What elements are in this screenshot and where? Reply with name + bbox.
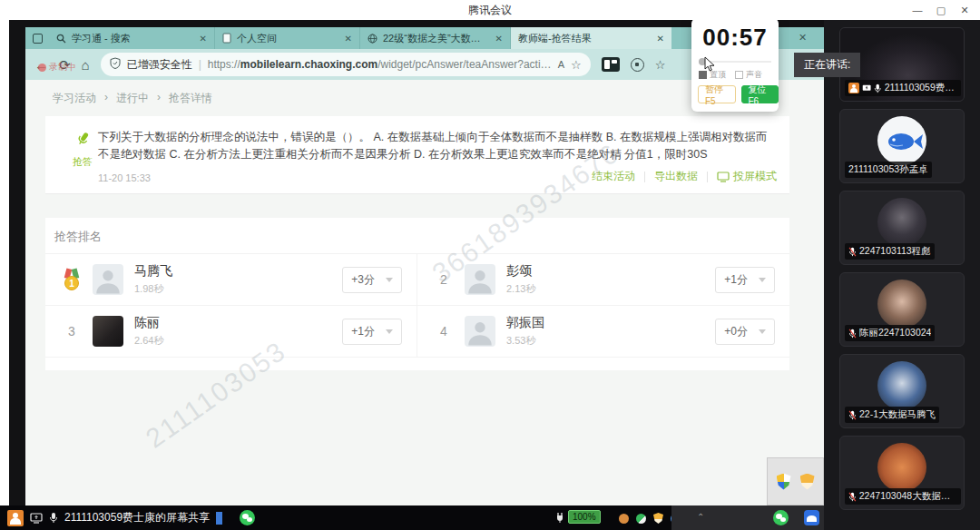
microphone-muted-icon [848,410,857,420]
participant-name: 2247103113程彪 [859,245,931,258]
table-row: 1 马腾飞1.98秒 +3分 [45,254,417,306]
score-dropdown[interactable]: +0分 [715,319,775,345]
breadcrumb-current: 抢答详情 [169,91,212,106]
checkbox-icon [735,71,743,79]
read-aloud-icon[interactable]: A [558,59,564,70]
question-date: 11-20 15:33 [98,172,151,183]
person-placeholder-icon [465,316,495,347]
page-content: 学习活动 › 进行中 › 抢答详情 抢答 下列关于大数据的分析理念的说法中，错误… [25,80,824,505]
hidden-icons-chevron[interactable]: ⌃ [697,512,704,522]
tab-data-contest[interactable]: 22级“数据之美”大数据知识竞... ✕ [359,27,510,49]
participant-tile[interactable]: 2111103053孙孟卓 [839,109,965,183]
screen: 腾讯会议 — ▢ ✕ 学习通 - 搜索 ✕ [0,0,980,530]
url-text: https://mobilelearn.chaoxing.com/widget/… [208,58,552,71]
cast-mode-link[interactable]: 投屏模式 [717,169,777,184]
activity-type: 抢答 [69,131,96,169]
participant-tile[interactable]: 2247103113程彪 [839,191,965,265]
tab-label: 学习通 - 搜索 [72,32,194,45]
home-icon[interactable]: ⌂ [82,58,90,72]
rank-1-slot: 1 [60,269,83,290]
tencent-meeting-icon[interactable] [804,510,819,525]
participant-label: 2247103048大数据彭颂 [845,488,961,505]
tab-xuexitong-search[interactable]: 学习通 - 搜索 ✕ [49,27,214,49]
rank-number: 3 [60,324,83,339]
score-dropdown[interactable]: +1分 [342,319,402,345]
table-row: 3 陈丽2.64秒 +1分 [45,306,417,358]
participant-name: 2111103053孙孟卓 [848,163,928,176]
tab-close-icon[interactable]: ✕ [200,34,207,44]
table-row: 4 郭振国3.53秒 +0分 [417,306,789,358]
meeting-titlebar: 腾讯会议 — ▢ ✕ [0,0,980,20]
tab-list-button[interactable] [25,27,49,49]
favorites-bar-icon[interactable]: ☆ [655,58,666,72]
person-placeholder-icon [93,264,123,295]
timer-reset-button[interactable]: 复位F6 [741,85,779,103]
microphone-muted-icon [848,492,857,502]
taskbar-share-status[interactable]: 2111103059费士康的屏幕共享 [0,510,255,526]
answer-time: 3.53秒 [506,334,544,348]
fish-avatar-icon [877,116,926,165]
tab-label: 个人空间 [237,32,339,45]
participant-tile[interactable]: 陈丽2247103024 [839,272,965,347]
tab-close-icon[interactable]: ✕ [657,34,664,44]
score-dropdown[interactable]: +1分 [715,267,775,293]
student-name: 郭振国 [506,315,544,331]
tab-personal-space[interactable]: 个人空间 ✕ [214,27,359,49]
browser-profile-icon[interactable] [602,57,620,72]
participant-name: 22-1大数据马腾飞 [859,408,936,421]
security-shield-orange-icon[interactable] [800,474,815,490]
participants-sidebar: 2111103059费士... 2111103053孙孟卓 2247103113… [824,20,980,530]
action-divider [644,172,645,182]
screen-share-icon [862,84,871,93]
extensions-icon[interactable] [631,58,644,72]
tab-teacher-answer-result[interactable]: 教师端-抢答结果 ✕ [510,27,671,49]
wechat-icon[interactable] [773,510,789,525]
participant-tile[interactable]: 2247103048大数据彭颂 [839,436,965,510]
student-name: 彭颂 [506,263,535,280]
avatar [465,316,495,347]
tab-close-icon[interactable]: ✕ [495,34,503,44]
favorite-star-icon[interactable]: ☆ [571,58,582,72]
participant-name: 2247103048大数据彭颂 [859,490,957,503]
minimize-button[interactable]: — [906,0,929,20]
window-controls: — ▢ ✕ [906,0,976,20]
answer-time: 1.98秒 [134,282,172,296]
tray-shield-icon[interactable] [653,513,663,524]
microphone-icon [49,512,58,524]
close-button[interactable]: ✕ [953,0,976,20]
tab-label: 22级“数据之美”大数据知识竞... [383,32,490,45]
page-icon [222,33,231,44]
wechat-icon[interactable] [240,510,255,525]
timer-display: 00:57 [691,24,779,52]
tab-close-icon[interactable]: ✕ [799,32,807,44]
security-shield-color-icon[interactable] [777,474,791,490]
participant-tile[interactable]: 22-1大数据马腾飞 [839,354,965,428]
maximize-button[interactable]: ▢ [929,0,953,20]
tab-close-icon[interactable]: ✕ [345,34,352,44]
timer-pause-button[interactable]: 暂停F5 [698,85,736,103]
security-badge-label: 已增强安全性 [127,57,192,73]
tray-icon-green[interactable] [636,514,646,524]
recording-indicator: 录制中 [38,61,76,74]
participant-label: 2111103059费士... [845,80,961,96]
export-data-link[interactable]: 导出数据 [654,169,698,184]
ranking-title: 抢答排名 [45,218,789,254]
chevron-down-icon [386,329,393,334]
meeting-title: 腾讯会议 [468,3,512,18]
tray-icon-orange[interactable] [619,514,629,524]
score-dropdown[interactable]: +3分 [342,267,402,293]
tab-label: 教师端-抢答结果 [518,32,652,45]
sound-option[interactable]: 声音 [735,69,762,81]
action-divider [707,172,708,182]
address-bar[interactable]: 已增强安全性 | https://mobilelearn.chaoxing.co… [101,53,591,76]
breadcrumb-ongoing[interactable]: 进行中 [116,91,149,106]
text-cursor-highlight [216,512,222,525]
speaking-indicator: 正在讲话: [794,53,860,77]
quick-answer-mic-icon [75,131,91,148]
battery-indicator[interactable]: 100% [555,510,601,524]
security-shield-icon [110,57,121,72]
chevron-down-icon [759,278,766,282]
participant-label: 陈丽2247103024 [845,325,935,341]
breadcrumb-activities[interactable]: 学习活动 [53,91,96,106]
participant-name: 陈丽2247103024 [859,327,931,339]
